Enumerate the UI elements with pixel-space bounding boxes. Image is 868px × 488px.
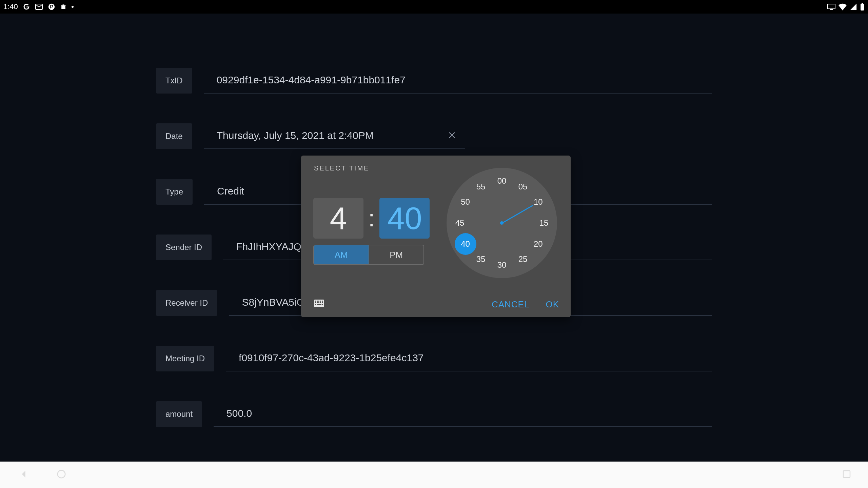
- time-digits: 4 : 40: [313, 198, 430, 239]
- cancel-button[interactable]: CANCEL: [492, 299, 529, 310]
- clock-face[interactable]: 40 000510152025303540455055: [447, 168, 557, 278]
- clock-tick-30[interactable]: 30: [494, 260, 509, 270]
- svg-rect-14: [318, 302, 319, 303]
- svg-rect-11: [322, 301, 323, 302]
- svg-rect-9: [318, 301, 319, 302]
- time-picker-dialog: SELECT TIME 4 : 40 AM PM 40 000510152025…: [301, 156, 571, 317]
- clock-tick-25[interactable]: 25: [515, 255, 530, 264]
- clock-tick-15[interactable]: 15: [536, 218, 551, 228]
- svg-rect-21: [843, 471, 850, 477]
- time-colon: :: [368, 205, 375, 232]
- ok-button[interactable]: OK: [546, 299, 559, 310]
- clock-tick-50[interactable]: 50: [458, 197, 473, 207]
- minute-box[interactable]: 40: [379, 198, 430, 239]
- clock-tick-45[interactable]: 45: [452, 218, 467, 228]
- pm-button[interactable]: PM: [369, 245, 424, 264]
- nav-back-icon[interactable]: [19, 469, 29, 481]
- clock-tick-00[interactable]: 00: [494, 176, 509, 186]
- clock-tick-05[interactable]: 05: [515, 182, 530, 191]
- svg-rect-7: [315, 301, 316, 302]
- nav-overview-icon[interactable]: [842, 474, 852, 480]
- svg-rect-12: [315, 302, 316, 303]
- clock-tick-35[interactable]: 35: [473, 255, 488, 264]
- hour-box[interactable]: 4: [313, 198, 363, 239]
- ampm-toggle: AM PM: [313, 245, 424, 265]
- dialog-title: SELECT TIME: [314, 164, 369, 172]
- svg-rect-17: [315, 304, 316, 305]
- svg-rect-15: [320, 302, 321, 303]
- svg-rect-18: [317, 304, 321, 305]
- svg-point-20: [58, 470, 65, 478]
- navigation-bar: [0, 462, 868, 488]
- clock-tick-20[interactable]: 20: [531, 239, 546, 249]
- clock-tick-10[interactable]: 10: [531, 197, 546, 207]
- svg-rect-13: [317, 302, 318, 303]
- svg-rect-16: [322, 302, 323, 303]
- nav-left: [19, 469, 66, 481]
- clock-tick-55[interactable]: 55: [473, 182, 488, 191]
- clock-knob-label: 40: [461, 239, 470, 249]
- clock-knob[interactable]: 40: [455, 233, 476, 255]
- keyboard-icon[interactable]: [314, 300, 324, 308]
- dialog-actions: CANCEL OK: [492, 299, 559, 310]
- clock-hand: [502, 205, 533, 223]
- svg-rect-8: [317, 301, 318, 302]
- nav-right: [842, 469, 852, 481]
- svg-rect-19: [322, 304, 323, 305]
- am-button[interactable]: AM: [314, 245, 369, 264]
- nav-home-icon[interactable]: [56, 469, 66, 481]
- svg-rect-10: [320, 301, 321, 302]
